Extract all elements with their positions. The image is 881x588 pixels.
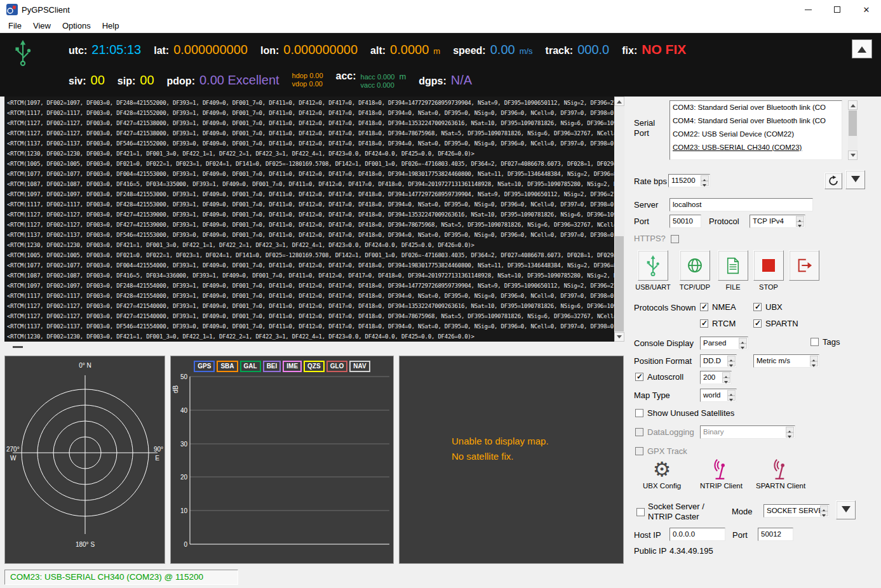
console-scrollbar[interactable] bbox=[614, 97, 624, 342]
spin-up-icon[interactable] bbox=[727, 356, 736, 361]
usb-connection-icon bbox=[14, 39, 32, 66]
spin-down-icon[interactable] bbox=[727, 396, 736, 401]
spin-down-icon[interactable] bbox=[701, 181, 709, 187]
spin-up-icon[interactable] bbox=[786, 427, 794, 432]
spin-up-icon[interactable] bbox=[810, 356, 818, 361]
refresh-ports-button[interactable] bbox=[824, 173, 842, 189]
minimize-button[interactable] bbox=[793, 0, 823, 19]
close-button[interactable]: ✕ bbox=[852, 0, 881, 19]
datalogging-format-combo[interactable]: Binary bbox=[700, 425, 795, 439]
stream-file-button[interactable] bbox=[718, 250, 748, 281]
checkbox[interactable] bbox=[635, 428, 643, 436]
autoscroll-rows-spinbox[interactable]: 200 bbox=[700, 371, 732, 384]
connect-usb-button[interactable] bbox=[638, 250, 668, 281]
scrollbar-thumb[interactable] bbox=[615, 236, 624, 331]
host-ip-input[interactable]: 0.0.0.0 bbox=[669, 528, 725, 541]
spin-up-icon[interactable] bbox=[796, 216, 804, 222]
autoscroll-checkbox[interactable]: Autoscroll bbox=[635, 372, 683, 382]
scroll-up-button[interactable] bbox=[848, 100, 857, 110]
checkbox[interactable] bbox=[635, 409, 643, 417]
checkbox[interactable] bbox=[753, 303, 762, 311]
serial-port-listbox[interactable]: COM3: Standard Serial over Bluetooth lin… bbox=[669, 100, 842, 160]
expand-settings-button[interactable] bbox=[845, 170, 865, 189]
scrollbar-track[interactable] bbox=[614, 106, 624, 332]
console-display-combo[interactable]: Parsed bbox=[700, 337, 748, 350]
spartn-client-button[interactable]: SPARTN Client bbox=[756, 458, 805, 490]
checkbox[interactable] bbox=[700, 319, 708, 328]
protocol-rtcm-checkbox[interactable]: RTCM bbox=[700, 319, 736, 328]
checkbox[interactable] bbox=[810, 338, 819, 346]
spinner-arrows[interactable] bbox=[722, 372, 730, 383]
spinner-arrows[interactable] bbox=[820, 505, 828, 516]
spinner-arrows[interactable] bbox=[727, 356, 736, 366]
console-output[interactable]: <RTCM(1097, DF002=1097, DF003=0, DF248=4… bbox=[4, 97, 614, 342]
ubx-config-button[interactable]: ⚙ UBX Config bbox=[643, 458, 681, 490]
scrollbar-thumb[interactable] bbox=[849, 110, 857, 136]
spin-down-icon[interactable] bbox=[722, 378, 730, 384]
spin-up-icon[interactable] bbox=[739, 338, 747, 344]
disconnect-button[interactable] bbox=[789, 250, 819, 281]
connect-socket-button[interactable] bbox=[680, 250, 710, 281]
menu-file[interactable]: File bbox=[3, 20, 27, 32]
checkbox[interactable] bbox=[753, 319, 762, 328]
position-format-combo[interactable]: DD.D bbox=[700, 354, 737, 368]
spinner-arrows[interactable] bbox=[727, 390, 736, 401]
spin-up-icon[interactable] bbox=[820, 505, 828, 511]
serial-port-option[interactable]: COM22: USB Serial Device (COM22) bbox=[670, 128, 842, 141]
spin-down-icon[interactable] bbox=[739, 344, 747, 349]
spinner-arrows[interactable] bbox=[701, 175, 709, 186]
banner-collapse-button[interactable] bbox=[852, 39, 872, 58]
spin-up-icon[interactable] bbox=[701, 175, 709, 181]
server-input[interactable]: localhost bbox=[669, 198, 813, 211]
gpx-track-checkbox[interactable]: GPX Track bbox=[635, 446, 687, 456]
protocol-combo[interactable]: TCP IPv4 bbox=[750, 215, 805, 228]
serial-port-scrollbar[interactable] bbox=[848, 100, 857, 160]
protocol-nmea-checkbox[interactable]: NMEA bbox=[700, 302, 736, 312]
checkbox[interactable] bbox=[635, 447, 643, 455]
serial-port-option[interactable]: COM3: Standard Serial over Bluetooth lin… bbox=[670, 101, 842, 114]
serial-port-option-selected[interactable]: COM23: USB-SERIAL CH340 (COM23) bbox=[670, 141, 842, 154]
mode-combo[interactable]: SOCKET SERVE bbox=[763, 504, 830, 518]
show-unused-satellites-checkbox[interactable]: Show Unused Satellites bbox=[635, 408, 734, 418]
menu-options[interactable]: Options bbox=[57, 20, 97, 32]
rate-spinbox[interactable]: 115200 bbox=[668, 174, 710, 187]
spin-down-icon[interactable] bbox=[786, 432, 794, 438]
protocol-spartn-checkbox[interactable]: SPARTN bbox=[753, 319, 798, 328]
scrollbar-track[interactable] bbox=[848, 110, 857, 150]
spin-up-icon[interactable] bbox=[722, 372, 730, 378]
spin-down-icon[interactable] bbox=[727, 361, 736, 367]
scroll-up-button[interactable] bbox=[614, 97, 624, 106]
spin-up-icon[interactable] bbox=[727, 390, 736, 396]
protocol-ubx-checkbox[interactable]: UBX bbox=[753, 302, 783, 312]
spinner-arrows[interactable] bbox=[796, 216, 804, 227]
ntrip-client-button[interactable]: NTRIP Client bbox=[700, 458, 743, 490]
pane-resize-handle[interactable] bbox=[13, 346, 23, 348]
stop-icon bbox=[762, 259, 775, 272]
checkbox[interactable] bbox=[700, 303, 708, 311]
refresh-icon bbox=[828, 175, 839, 187]
map-type-combo[interactable]: world bbox=[700, 389, 737, 402]
scroll-down-button[interactable] bbox=[614, 332, 624, 342]
port-input[interactable]: 50010 bbox=[669, 215, 701, 228]
spinner-arrows[interactable] bbox=[810, 356, 818, 366]
socket-server-checkbox[interactable] bbox=[636, 508, 645, 516]
stop-button[interactable] bbox=[753, 250, 784, 281]
scroll-down-button[interactable] bbox=[848, 150, 857, 160]
spinner-arrows[interactable] bbox=[786, 427, 794, 438]
serial-port-option[interactable]: COM4: Standard Serial over Bluetooth lin… bbox=[670, 114, 842, 128]
menu-help[interactable]: Help bbox=[97, 20, 125, 32]
spin-down-icon[interactable] bbox=[796, 222, 804, 227]
socket-port-input[interactable]: 50012 bbox=[758, 528, 793, 541]
https-checkbox[interactable] bbox=[671, 235, 679, 243]
tags-checkbox[interactable]: Tags bbox=[810, 337, 840, 347]
spinner-arrows[interactable] bbox=[739, 338, 747, 349]
checkbox[interactable] bbox=[635, 373, 643, 381]
units-combo[interactable]: Metric m/s bbox=[753, 354, 819, 368]
expand-socket-button[interactable] bbox=[836, 500, 856, 519]
ubx-config-label: UBX Config bbox=[643, 482, 681, 490]
datalogging-checkbox[interactable]: DataLogging bbox=[635, 427, 694, 437]
spin-down-icon[interactable] bbox=[810, 361, 818, 367]
spin-down-icon[interactable] bbox=[820, 511, 828, 517]
maximize-button[interactable] bbox=[823, 0, 852, 19]
menu-view[interactable]: View bbox=[27, 20, 57, 32]
